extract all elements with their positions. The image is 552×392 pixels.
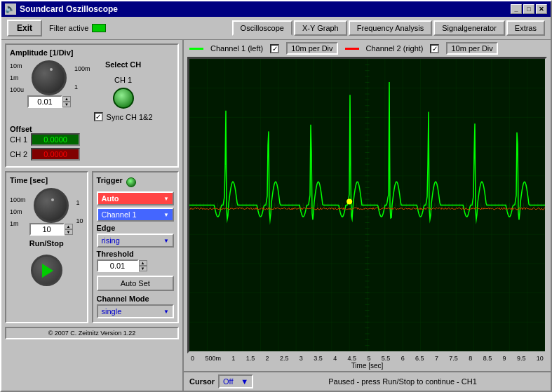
ch1-per-div-unit: per Div [309,44,333,53]
amp-label-100m: 100m [74,65,90,72]
x-label-2.5: 2.5 [280,355,289,362]
threshold-input[interactable] [97,259,139,272]
threshold-down[interactable]: ▼ [139,266,147,271]
amplitude-right-labels: 100m 1 [74,60,90,95]
channel-mode-label: Channel Mode [97,295,174,303]
minimize-button[interactable]: _ [511,4,522,14]
channel-info-bar: Channel 1 (left) ✓ 10m per Div Channel 2… [184,40,551,57]
amplitude-up[interactable]: ▲ [62,96,71,102]
app-icon: 🔊 [5,4,16,15]
ch1-per-div: 10m per Div [286,42,337,55]
filter-active-area: Filter active [49,24,106,32]
amplitude-input[interactable] [27,95,62,108]
x-label-6.5: 6.5 [415,355,424,362]
ch1-indicator[interactable] [113,88,134,109]
channel-mode-arrow: ▼ [163,309,169,315]
x-label-3: 3 [299,355,303,362]
sync-label: Sync CH 1&2 [107,113,153,121]
time-up[interactable]: ▲ [65,224,73,229]
amplitude-knob-container: ▲ ▼ [27,60,71,121]
x-label-8.5: 8.5 [483,355,492,362]
ch1-info-checkbox[interactable]: ✓ [270,44,279,53]
filter-led [92,24,106,32]
trigger-mode-dropdown[interactable]: Auto ▼ [97,191,174,205]
offset-title: Offset [10,125,32,133]
time-knob[interactable] [34,188,69,223]
trigger-edge-arrow: ▼ [163,238,169,244]
maximize-button[interactable]: □ [523,4,534,14]
x-label-5.5: 5.5 [382,355,391,362]
time-knob-dot [51,198,54,201]
amplitude-left-labels: 10m 1m 100u [10,60,24,95]
x-label-1.5: 1.5 [246,355,255,362]
channel-mode-dropdown[interactable]: single ▼ [97,304,174,318]
time-input[interactable] [29,223,65,236]
x-label-500m: 500m [205,355,221,362]
threshold-input-area: ▲ ▼ [97,259,174,272]
ch2-offset-value[interactable]: 0.0000 [31,148,80,161]
amplitude-knob[interactable] [32,60,67,95]
x-label-8: 8 [469,355,472,362]
ch2-per-div-value: 10m [451,44,466,53]
ch1-offset-value[interactable]: 0.0000 [31,133,80,146]
x-axis-title-text: Time [sec] [351,362,384,370]
threshold-up[interactable]: ▲ [139,260,147,266]
time-value-input: ▲ ▼ [29,223,73,236]
trigger-edge-dropdown[interactable]: rising ▼ [97,234,174,248]
select-ch-label: Select CH [105,60,141,69]
ch1-offset-row: CH 1 0.0000 [10,133,174,146]
time-down[interactable]: ▼ [65,229,73,235]
x-label-5: 5 [367,355,370,362]
tab-extras[interactable]: Extras [506,20,545,36]
x-axis-title: Time [sec] [184,362,551,371]
ch2-offset-label: CH 2 [10,150,27,158]
trigger-mode-arrow: ▼ [163,196,169,202]
tabs-area: Oscilloscope X-Y Graph Frequency Analysi… [232,20,545,36]
trigger-header: Trigger [97,176,174,188]
body-area: Amplitude [1/Div] 10m 1m 100u [1,40,551,391]
tab-frequency[interactable]: Frequency Analysis [349,20,432,36]
exit-button[interactable]: Exit [7,20,42,36]
cursor-section: Cursor Off ▼ [189,374,253,388]
time-label-10m: 10m [10,208,26,215]
trigger-channel-label: Channel 1 [102,210,137,219]
play-icon [42,264,53,278]
cursor-dropdown[interactable]: Off ▼ [218,374,253,388]
x-label-1: 1 [231,355,235,362]
tab-signal-gen[interactable]: Signalgenerator [433,20,505,36]
x-label-10: 10 [537,355,544,362]
time-label-1: 1 [76,199,83,206]
edge-label: Edge [97,224,116,232]
bottom-panels: Time [sec] 100m 10m 1m [5,171,179,323]
title-buttons: _ □ ✕ [511,4,547,14]
amplitude-down[interactable]: ▼ [62,102,71,107]
x-label-4: 4 [333,355,337,362]
threshold-label: Threshold [97,250,134,258]
x-label-2: 2 [266,355,269,362]
ch1-info-label: Channel 1 (left) [210,44,263,53]
channel-mode-section: Channel Mode single ▼ [97,295,174,318]
x-label-9.5: 9.5 [517,355,526,362]
ch2-info-checkbox[interactable]: ✓ [430,44,439,53]
tab-xy-graph[interactable]: X-Y Graph [294,20,347,36]
run-stop-button[interactable] [31,255,62,286]
time-section: Time [sec] 100m 10m 1m [5,171,88,323]
x-label-7: 7 [435,355,438,362]
window-title: Soundcard Oszilloscope [20,4,118,14]
ch2-offset-row: CH 2 0.0000 [10,148,174,161]
main-content: Exit Filter active Oscilloscope X-Y Grap… [1,17,551,391]
amplitude-value-input: ▲ ▼ [27,95,71,108]
auto-set-button[interactable]: Auto Set [97,276,174,291]
sync-row: ✓ Sync CH 1&2 [94,112,153,121]
bottom-bar: Cursor Off ▼ Paused - press Run/Stop to … [184,371,551,391]
sync-checkbox[interactable]: ✓ [94,112,103,121]
tab-oscilloscope[interactable]: Oscilloscope [232,20,292,36]
knob-dot [50,68,53,71]
status-text: Paused - press Run/Stop to continue - CH… [328,377,477,386]
trigger-channel-dropdown[interactable]: Channel 1 ▼ [97,208,174,222]
select-ch-area: Select CH CH 1 ✓ Sync CH 1&2 [94,60,153,121]
trigger-panel: Trigger Auto ▼ Channel 1 ▼ [92,171,179,323]
x-label-7.5: 7.5 [449,355,458,362]
x-label-4.5: 4.5 [348,355,357,362]
close-button[interactable]: ✕ [536,4,547,14]
